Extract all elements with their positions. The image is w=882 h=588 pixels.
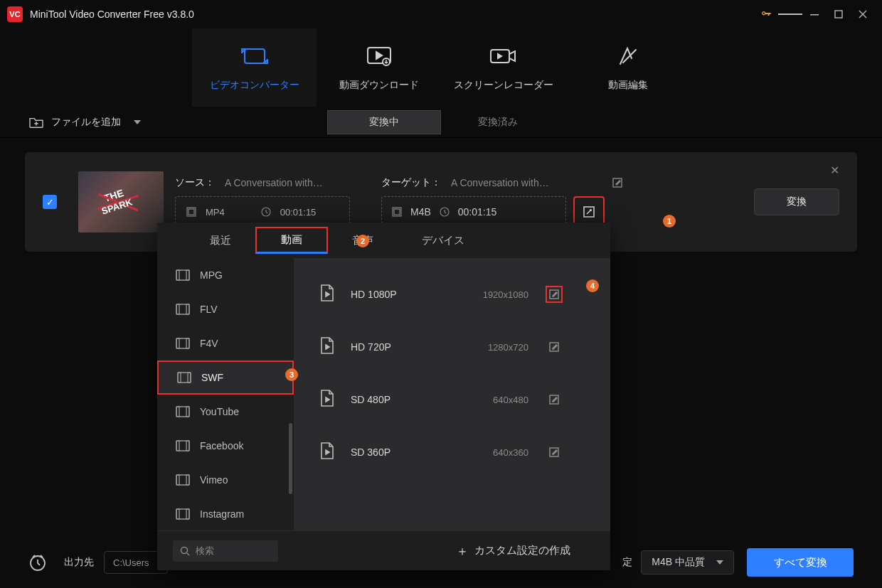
preset-row[interactable]: SD 360P640x360 bbox=[294, 426, 610, 479]
format-item-mpg[interactable]: MPG bbox=[157, 258, 294, 292]
tab-download[interactable]: 動画ダウンロード bbox=[317, 28, 441, 107]
search-placeholder: 検索 bbox=[196, 545, 214, 557]
preset-resolution: 1280x720 bbox=[457, 342, 528, 353]
main-tabs: ビデオコンバーター 動画ダウンロード スクリーンレコーダー 動画編集 bbox=[0, 28, 882, 107]
svg-rect-0 bbox=[810, 14, 819, 16]
svg-marker-40 bbox=[326, 292, 329, 296]
chevron-down-icon bbox=[134, 120, 141, 124]
format-item-facebook[interactable]: Facebook bbox=[157, 429, 294, 463]
format-item-instagram[interactable]: Instagram bbox=[157, 497, 294, 530]
checkbox[interactable]: ✓ bbox=[43, 195, 57, 209]
app-logo: VC bbox=[7, 6, 23, 22]
preset-resolution: 640x360 bbox=[457, 447, 528, 458]
film-icon bbox=[176, 508, 190, 520]
file-icon bbox=[319, 389, 338, 410]
preset-row[interactable]: HD 1080P1920x1080 bbox=[294, 268, 610, 321]
preset-edit-icon[interactable] bbox=[546, 444, 563, 461]
maximize-icon[interactable] bbox=[827, 2, 851, 26]
svg-rect-32 bbox=[176, 441, 179, 451]
svg-rect-19 bbox=[176, 304, 189, 314]
segment-control: 変換中 変換済み bbox=[327, 110, 555, 134]
svg-rect-39 bbox=[186, 509, 189, 519]
convert-all-button[interactable]: すべて変換 bbox=[747, 548, 854, 577]
format-item-f4v[interactable]: F4V bbox=[157, 326, 294, 360]
step-badge-1: 1 bbox=[663, 215, 676, 228]
step-badge-2: 2 bbox=[356, 235, 369, 247]
search-input[interactable]: 検索 bbox=[173, 540, 278, 562]
source-column: ソース： A Conversation with… MP4 00:01:15 bbox=[175, 176, 381, 228]
custom-preset-label: カスタム設定の作成 bbox=[474, 544, 570, 557]
svg-rect-30 bbox=[186, 407, 189, 417]
svg-marker-44 bbox=[326, 397, 329, 402]
scrollbar[interactable] bbox=[289, 423, 292, 494]
target-label: ターゲット： bbox=[381, 176, 441, 189]
preset-list: HD 1080P1920x1080HD 720P1280x720SD 480P6… bbox=[294, 258, 610, 530]
tab-converter-label: ビデオコンバーター bbox=[210, 79, 299, 92]
close-icon[interactable]: ✕ bbox=[830, 164, 839, 177]
convert-button[interactable]: 変換 bbox=[754, 188, 839, 215]
svg-marker-46 bbox=[326, 450, 329, 454]
key-icon[interactable] bbox=[754, 2, 778, 26]
quality-select[interactable]: M4B 中品質 bbox=[641, 550, 734, 574]
add-file-button[interactable]: ファイルを追加 bbox=[28, 116, 141, 129]
preset-edit-icon[interactable] bbox=[546, 286, 563, 303]
preset-name: SD 360P bbox=[351, 447, 457, 458]
format-item-flv[interactable]: FLV bbox=[157, 292, 294, 326]
edit-icon[interactable] bbox=[612, 177, 623, 188]
format-item-vimeo[interactable]: Vimeo bbox=[157, 463, 294, 497]
custom-preset-button[interactable]: ＋ カスタム設定の作成 bbox=[456, 542, 570, 560]
preset-edit-icon[interactable] bbox=[546, 391, 563, 408]
close-icon[interactable] bbox=[851, 2, 875, 26]
format-icon bbox=[186, 206, 197, 218]
film-icon bbox=[176, 439, 190, 452]
svg-rect-28 bbox=[176, 407, 189, 417]
svg-rect-38 bbox=[176, 509, 179, 519]
svg-marker-7 bbox=[498, 54, 501, 58]
popup-footer: 検索 ＋ カスタム設定の作成 bbox=[157, 530, 610, 570]
svg-rect-26 bbox=[178, 373, 181, 383]
tab-recorder[interactable]: スクリーンレコーダー bbox=[441, 28, 565, 107]
svg-rect-9 bbox=[188, 209, 194, 215]
svg-rect-35 bbox=[176, 475, 179, 485]
preset-resolution: 1920x1080 bbox=[457, 289, 528, 300]
source-name: A Conversation with… bbox=[225, 177, 323, 188]
popup-tab-recent[interactable]: 最近 bbox=[186, 227, 255, 254]
converter-icon bbox=[240, 43, 269, 69]
format-sidebar[interactable]: MPGFLVF4VSWFYouTubeFacebookVimeoInstagra… bbox=[157, 258, 294, 530]
tab-editor[interactable]: 動画編集 bbox=[565, 28, 690, 107]
svg-rect-21 bbox=[186, 304, 189, 314]
popup-tab-device[interactable]: デバイス bbox=[398, 227, 489, 254]
target-format: M4B bbox=[410, 206, 431, 218]
svg-rect-2 bbox=[245, 49, 265, 63]
recorder-icon bbox=[489, 43, 518, 69]
minimize-icon[interactable] bbox=[802, 2, 827, 26]
tab-recorder-label: スクリーンレコーダー bbox=[454, 79, 553, 92]
source-format: MP4 bbox=[206, 207, 225, 218]
format-item-youtube[interactable]: YouTube bbox=[157, 395, 294, 429]
svg-rect-23 bbox=[176, 338, 179, 348]
tab-converter[interactable]: ビデオコンバーター bbox=[192, 28, 317, 107]
preset-edit-icon[interactable] bbox=[546, 338, 563, 356]
preset-row[interactable]: HD 720P1280x720 bbox=[294, 321, 610, 373]
svg-rect-13 bbox=[394, 209, 400, 215]
film-icon bbox=[176, 337, 190, 350]
segment-converting[interactable]: 変換中 bbox=[327, 110, 441, 134]
download-icon bbox=[365, 43, 393, 69]
step-badge-3: 3 bbox=[285, 368, 298, 381]
popup-tabs: 最近 動画 音声 デバイス bbox=[157, 223, 610, 258]
menu-icon[interactable] bbox=[778, 2, 802, 26]
preset-name: HD 720P bbox=[351, 341, 457, 353]
schedule-icon[interactable] bbox=[28, 553, 47, 572]
tab-download-label: 動画ダウンロード bbox=[339, 79, 419, 92]
preset-row[interactable]: SD 480P640x480 bbox=[294, 373, 610, 426]
target-name: A Conversation with… bbox=[451, 177, 549, 188]
segment-converted[interactable]: 変換済み bbox=[441, 110, 555, 134]
film-icon bbox=[176, 303, 190, 316]
popup-tab-video[interactable]: 動画 bbox=[255, 227, 328, 254]
source-duration: 00:01:15 bbox=[280, 207, 317, 218]
format-item-swf[interactable]: SWF bbox=[157, 360, 294, 395]
file-icon bbox=[319, 284, 338, 305]
file-icon bbox=[319, 336, 338, 358]
svg-rect-25 bbox=[178, 373, 191, 383]
source-label: ソース： bbox=[175, 176, 215, 189]
